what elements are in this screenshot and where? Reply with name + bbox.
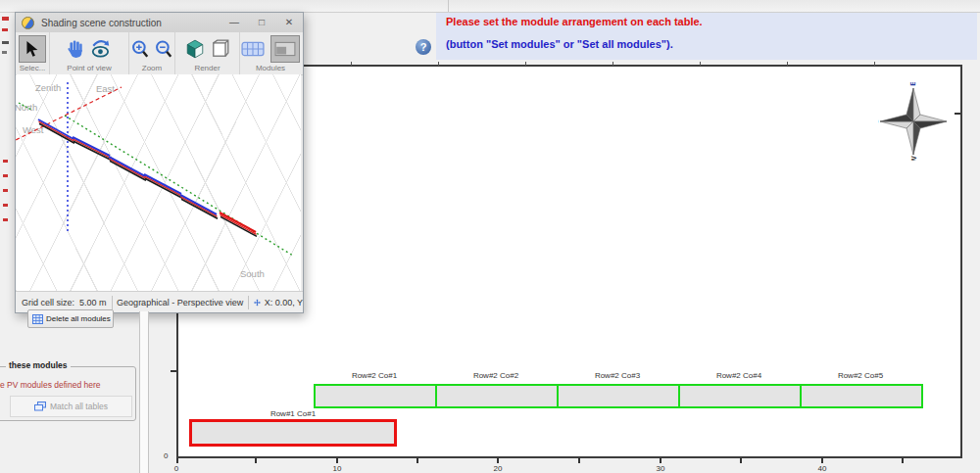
x-axis-tick [578, 458, 580, 463]
axis-tick [612, 62, 613, 66]
select-cursor-icon [25, 41, 40, 58]
message-hint-text: (button "Set modules" or "Set all module… [446, 38, 673, 50]
toolbar-group-label: Point of view [67, 64, 111, 74]
grid-cell-value: 5.00 m [79, 298, 107, 307]
eye-icon [90, 39, 112, 59]
delete-all-modules-label: Delete all modules [46, 314, 111, 323]
compass-rose: E N S W [878, 82, 949, 161]
pv-table[interactable] [435, 384, 559, 408]
row2-labels: Row#2 Co#1 Row#2 Co#2 Row#2 Co#3 Row#2 C… [314, 371, 921, 380]
background-artifact [2, 17, 9, 21]
status-separator [112, 296, 113, 309]
row2-tables [314, 384, 923, 408]
select-button[interactable] [19, 35, 46, 63]
x-axis-tick [821, 458, 823, 463]
compass-west-label: W [909, 156, 918, 161]
delete-grid-icon [32, 314, 43, 324]
pv-table[interactable] [314, 384, 437, 408]
pv-table[interactable] [557, 384, 680, 408]
toolbar-group-modules: Modules [240, 32, 301, 74]
move-icon [254, 297, 261, 308]
x-axis-label: 10 [327, 464, 347, 473]
background-artifact [2, 41, 9, 44]
view-mode-label: Geographical - Perspective view [117, 298, 243, 307]
modules-groupbox-title: these modules [6, 360, 71, 370]
x-axis-tick [416, 458, 418, 463]
render-wireframe-button[interactable] [211, 39, 230, 59]
modules-grid-button[interactable] [241, 40, 265, 58]
table-label: Row#2 Co#5 [800, 371, 921, 380]
y-axis-tick [171, 370, 176, 372]
south-axis [65, 116, 293, 256]
x-axis-label: 20 [488, 464, 508, 473]
toolbar-group-label: Modules [256, 64, 285, 74]
toolbar-group-label: Selec... [20, 64, 46, 74]
x-axis-tick [660, 458, 662, 463]
toolbar-group-label: Render [194, 64, 220, 74]
point-of-view-button[interactable] [90, 39, 112, 59]
pv-modules-warning-text: e PV modules defined here [0, 380, 101, 390]
panel-splitter[interactable] [139, 311, 149, 473]
x-axis-tick [740, 458, 742, 463]
east-axis [16, 87, 122, 143]
scene-3d-drawing [16, 74, 301, 291]
x-axis-label: 40 [812, 464, 832, 473]
background-artifact [3, 174, 8, 177]
window-titlebar[interactable]: Shading scene construction — □ ✕ [16, 13, 303, 32]
zoom-out-icon [155, 40, 172, 59]
compass-north-label: N [948, 118, 949, 124]
x-axis-label: 0 [167, 464, 186, 473]
pv-table-selected[interactable] [189, 419, 397, 447]
pan-button[interactable] [67, 39, 84, 59]
cursor-coords: X: 0.00, Y [265, 298, 303, 307]
x-axis-tick [176, 458, 178, 463]
table-label: Row#2 Co#4 [678, 371, 800, 380]
top-divider [448, 0, 449, 12]
zoom-in-button[interactable] [131, 40, 149, 59]
pv-table-selected-3d [220, 213, 257, 236]
north-axis [19, 103, 31, 110]
toolbar-group-pov: Point of view [50, 32, 129, 74]
axis-tick [525, 62, 526, 66]
y-axis-origin-label: 0 [164, 451, 168, 460]
status-separator [248, 296, 249, 309]
background-artifact [3, 189, 8, 192]
right-axis-tick [955, 113, 960, 115]
shading-scene-window[interactable]: Shading scene construction — □ ✕ Selec..… [15, 12, 304, 313]
scene-3d-viewport[interactable]: Zenith East North West South [16, 74, 301, 291]
match-all-tables-button[interactable]: Match all tables [10, 396, 132, 417]
minimize-button[interactable]: — [220, 14, 248, 31]
modules-grid-icon [241, 40, 265, 58]
modules-fill-icon [274, 41, 296, 57]
x-axis-tick [255, 458, 257, 463]
delete-all-modules-button[interactable]: Delete all modules [27, 309, 114, 328]
render-realistic-button[interactable] [185, 39, 205, 59]
table-label: Row#2 Co#2 [435, 371, 557, 380]
background-artifact [3, 160, 8, 163]
toolbar-group-label: Zoom [142, 64, 162, 74]
x-axis-label: 30 [651, 464, 670, 473]
x-axis-tick [902, 458, 904, 463]
toolbar-group-render: Render [175, 32, 240, 74]
axis-tick [787, 62, 788, 66]
x-axis-tick [336, 458, 338, 463]
maximize-button[interactable]: □ [248, 14, 275, 31]
window-icon [22, 17, 34, 29]
background-artifact [2, 28, 8, 31]
zoom-out-button[interactable] [155, 40, 172, 59]
pv-table[interactable] [800, 384, 923, 408]
table-label: Row#2 Co#3 [557, 371, 678, 380]
axis-tick [438, 62, 439, 66]
pv-table[interactable] [678, 384, 802, 408]
pv-table-rows-3d [38, 119, 218, 218]
modules-fill-button[interactable] [270, 35, 300, 63]
toolbar-group-select: Selec... [16, 32, 50, 74]
render-cube-icon [185, 39, 205, 59]
message-warning-text: Please set the module arrangement on eac… [446, 16, 703, 27]
axis-tick [700, 62, 701, 66]
close-button[interactable]: ✕ [275, 14, 303, 31]
axis-tick [351, 62, 352, 66]
help-icon[interactable]: ? [416, 39, 431, 55]
axis-tick [874, 62, 875, 66]
window-toolbar: Selec... [16, 32, 303, 75]
